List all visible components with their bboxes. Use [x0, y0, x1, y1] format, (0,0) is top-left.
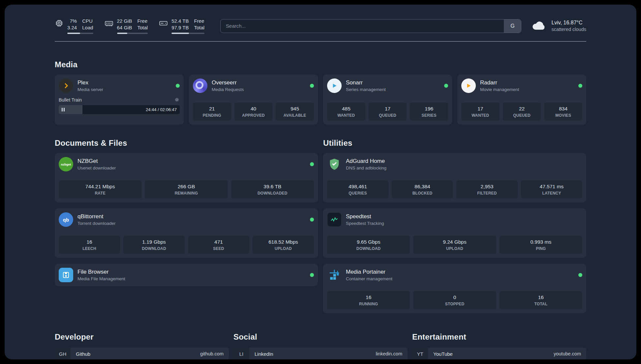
cpu-icon	[55, 18, 64, 28]
stat-rate: 744.21 Mbps RATE	[59, 180, 141, 198]
stat-remaining: 266 GB REMAINING	[145, 180, 228, 198]
radarr-icon	[461, 78, 476, 93]
stat-label: RATE	[60, 191, 140, 196]
now-playing-title: Bullet Train	[59, 97, 82, 103]
radarr-link[interactable]: Radarr Movie management	[461, 78, 582, 93]
speedtest-icon	[327, 212, 342, 227]
stat-value: 47.571 ms	[522, 184, 581, 190]
service-desc: Series management	[346, 87, 386, 92]
stat-value: 485	[328, 106, 364, 112]
portainer-link[interactable]: Media Portainer Container management	[327, 268, 582, 282]
cpu-progress-fill	[67, 33, 80, 34]
cpu-readout: 7% 3.24 CPU Load	[67, 18, 93, 34]
overseerr-link[interactable]: Overseerr Media Requests	[193, 78, 314, 93]
memory-progress-fill	[117, 33, 128, 34]
stat-seed: 471 SEED	[188, 236, 249, 254]
stat-value: 16	[501, 294, 581, 300]
stat-label: RUNNING	[328, 302, 409, 306]
stat-value: 21	[194, 106, 230, 112]
adguard-link[interactable]: AdGuard Home DNS and adblocking	[327, 157, 582, 171]
topbar-divider	[55, 41, 586, 42]
filebrowser-meta: File Browser Media File Management	[77, 269, 125, 281]
adguard-icon	[327, 157, 342, 171]
pause-icon[interactable]	[62, 105, 65, 114]
dashboard-content: 7% 3.24 CPU Load	[55, 5, 586, 359]
stat-label: BLOCKED	[393, 191, 452, 196]
bookmark-url: youtube.com	[554, 348, 586, 359]
nzbget-status-dot	[310, 162, 314, 166]
plex-meta: Plex Media server	[77, 79, 103, 92]
gear-icon[interactable]	[174, 97, 180, 103]
top-bar: 7% 3.24 CPU Load	[55, 18, 586, 34]
bookmark-youtube[interactable]: YT YouTube youtube.com	[412, 348, 586, 359]
stat-label: WANTED	[328, 113, 364, 118]
service-name: Overseerr	[212, 79, 244, 86]
disk-total-value: 97.9 TB	[171, 24, 189, 31]
cpu-progress-bar	[67, 33, 93, 34]
developer-section-title: Developer	[55, 332, 229, 342]
entertainment-section-title: Entertainment	[412, 332, 586, 342]
plex-status-dot	[176, 84, 180, 88]
plex-card: Plex Media server Bullet Train	[55, 75, 184, 125]
stat-label: STOPPED	[414, 302, 495, 306]
stat-value: 945	[277, 106, 313, 112]
nzbget-icon: nzbget	[59, 157, 73, 171]
search-bar: G	[220, 19, 521, 33]
stat-pending: 21 PENDING	[193, 103, 231, 121]
stat-value: 86,384	[393, 184, 452, 190]
bookmark-abbr: GH	[55, 348, 71, 359]
cpu-label: CPU	[82, 18, 93, 24]
stat-running: 16 RUNNING	[327, 291, 410, 309]
sonarr-stats: 485 WANTED 17 QUEUED 196 SERIES	[327, 103, 448, 121]
cloud-icon	[531, 20, 547, 32]
qbittorrent-link[interactable]: qb qBittorrent Torrent downloader	[59, 212, 314, 227]
disk-total-label: Total	[194, 24, 204, 31]
bookmark-github[interactable]: GH Github github.com	[55, 348, 229, 359]
radarr-status-dot	[578, 84, 582, 88]
search-provider-button[interactable]: G	[504, 19, 521, 33]
qbittorrent-stats: 16 LEECH 1.19 Gbps DOWNLOAD 471 SEED 6	[59, 236, 314, 254]
service-name: qBittorrent	[77, 213, 116, 220]
documents-section-title: Documents & Files	[55, 138, 318, 148]
speedtest-meta: Speedtest Speedtest Tracking	[346, 213, 384, 226]
disk-free-label: Free	[194, 18, 204, 24]
stat-queued: 22 QUEUED	[503, 103, 541, 121]
bookmark-linkedin[interactable]: LI LinkedIn linkedin.com	[233, 348, 408, 359]
bookmark-name: YouTube	[428, 348, 554, 359]
sonarr-meta: Sonarr Series management	[346, 79, 386, 92]
stat-value: 744.21 Mbps	[60, 184, 140, 190]
plex-link[interactable]: Plex Media server	[59, 78, 180, 93]
search-input[interactable]	[221, 19, 504, 33]
disk-widget: 52.4 TB 97.9 TB Free Total	[159, 18, 204, 34]
nzbget-meta: NZBGet Usenet downloader	[77, 158, 116, 170]
memory-free-value: 22 GiB	[117, 18, 132, 24]
stat-label: UPLOAD	[414, 246, 495, 251]
bookmark-name: Github	[71, 348, 200, 359]
stat-value: 0.993 ms	[501, 239, 581, 245]
weather-condition: scattered clouds	[551, 27, 586, 32]
screen: 7% 3.24 CPU Load	[0, 0, 641, 364]
service-desc: Torrent downloader	[77, 221, 116, 226]
sonarr-link[interactable]: Sonarr Series management	[327, 78, 448, 93]
stat-label: QUEUED	[504, 113, 540, 118]
qbittorrent-status-dot	[310, 218, 314, 222]
stat-download: 1.19 Gbps DOWNLOAD	[123, 236, 185, 254]
stat-available: 945 AVAILABLE	[276, 103, 314, 121]
speedtest-link[interactable]: Speedtest Speedtest Tracking	[327, 212, 582, 227]
stat-upload: 9.24 Gbps UPLOAD	[413, 236, 496, 254]
stat-value: 834	[545, 106, 581, 112]
entertainment-bookmarks: YT YouTube youtube.com NF Netflix netfli…	[412, 348, 586, 359]
stat-leech: 16 LEECH	[59, 236, 120, 254]
weather-widget[interactable]: Lviv, 16.87°C scattered clouds	[531, 20, 586, 32]
bookmark-abbr: LI	[233, 348, 249, 359]
stat-ping: 0.993 ms PING	[500, 236, 582, 254]
media-section-title: Media	[55, 60, 586, 69]
stat-label: DOWNLOADED	[232, 191, 313, 196]
nzbget-link[interactable]: nzbget NZBGet Usenet downloader	[59, 157, 314, 171]
media-grid: Plex Media server Bullet Train	[55, 75, 586, 125]
service-desc: Movie management	[480, 87, 519, 92]
disk-readout: 52.4 TB 97.9 TB Free Total	[171, 18, 204, 34]
adguard-card: AdGuard Home DNS and adblocking 498,461 …	[323, 153, 586, 202]
disk-icon	[159, 18, 168, 28]
filebrowser-link[interactable]: File Browser Media File Management	[59, 268, 314, 282]
